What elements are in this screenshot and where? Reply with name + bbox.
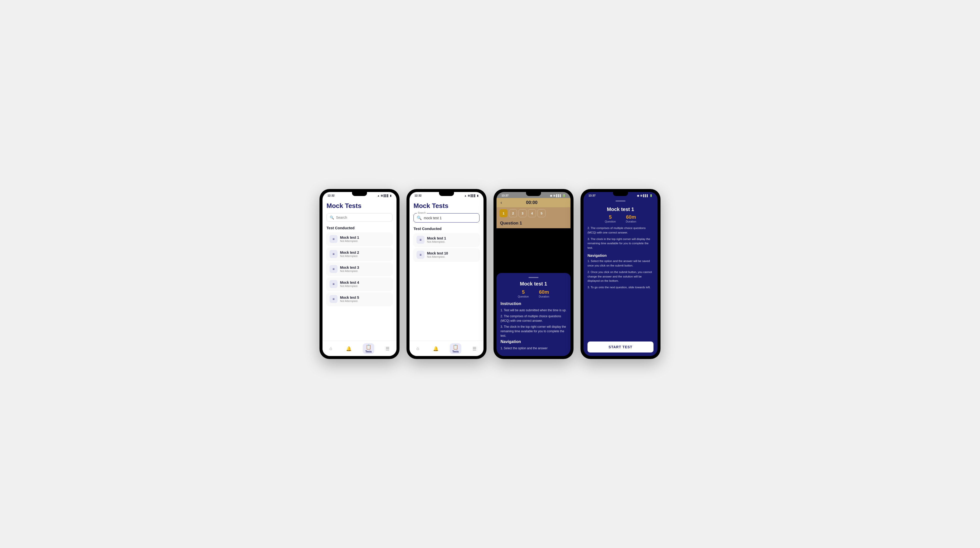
phone-1-notch [352, 192, 367, 196]
question-number-2[interactable]: 2 [509, 209, 517, 217]
nav-item-home-2[interactable]: ⌂ [414, 345, 422, 352]
phone-4-instruction-partial-2: 2. The comprises of multiple choice ques… [587, 226, 654, 235]
list-item[interactable]: ≡ Mock test 3 Not Attempted. [326, 263, 393, 276]
home-icon: ⌂ [329, 346, 332, 351]
search-icon-2: 🔍 [417, 215, 422, 220]
phone-2-time: 12:32 [415, 194, 422, 197]
test-info: Mock test 4 Not Attempted. [340, 280, 390, 287]
phone-4-handle-area [584, 198, 657, 203]
phone-4-stat-q-value: 5 [605, 214, 616, 220]
phone-4-notch [613, 192, 628, 196]
phone-4-content: Mock test 1 5 Question 60m Duration 2. T… [584, 203, 657, 356]
test-status: Not Attempted. [340, 255, 390, 258]
modal-instruction-2: 2. The comprises of multiple choice ques… [501, 314, 566, 323]
question-number-4[interactable]: 4 [528, 209, 536, 217]
phone-1-screen-content: Mock Tests 🔍 Test Conducted ≡ Mock test [323, 198, 396, 356]
list-item[interactable]: ≡ Mock test 2 Not Attempted. [326, 247, 393, 261]
list-item[interactable]: ≡ Mock test 1 Not Attempted. [414, 233, 479, 246]
nav-item-menu-2[interactable]: ☰ [470, 345, 479, 352]
phone-2-test-list: ≡ Mock test 1 Not Attempted. ≡ Mock test… [414, 233, 479, 261]
nav-item-tests-2[interactable]: 📋 Tests [450, 343, 461, 354]
phone-1-bottom-nav: ⌂ 🔔 📋 Tests ☰ [323, 341, 396, 356]
nav-item-notifications[interactable]: 🔔 [344, 345, 354, 352]
phones-container: 12:32 ▲ ⊞ ▌▌▌ ▮ Mock Tests 🔍 [320, 189, 660, 359]
test-icon: ≡ [329, 265, 337, 273]
question-number-bar: 1 2 3 4 5 [496, 207, 571, 219]
search-floating-label: Search [417, 212, 427, 214]
test-name: Mock test 1 [427, 236, 477, 240]
test-info: Mock test 10 Not Attempted. [427, 251, 477, 258]
phone-4-status-icons: ◉ ⊞ ▌▌▌ 🔋 [637, 194, 652, 197]
phone-4-title: Mock test 1 [587, 207, 654, 212]
nav-item-tests[interactable]: 📋 Tests [363, 343, 374, 354]
question-label-area: Question 1 [496, 219, 571, 228]
phone-1-page-title: Mock Tests [326, 202, 393, 210]
phone-1-screen: 12:32 ▲ ⊞ ▌▌▌ ▮ Mock Tests 🔍 [323, 192, 396, 356]
modal-nav-instruction-1: 1. Select the option and the answer [501, 346, 566, 350]
test-name: Mock test 4 [340, 280, 390, 285]
stat-duration: 60m Duration [539, 289, 549, 298]
list-item[interactable]: ≡ Mock test 10 Not Attempted. [414, 248, 479, 261]
question-number-5[interactable]: 5 [538, 209, 546, 217]
phone-2: 12:32 ▲ ⊞ ▌▌▌ ▮ Mock Tests Search 🔍 [407, 189, 487, 359]
phone-2-bottom-nav: ⌂ 🔔 📋 Tests ☰ [409, 341, 484, 356]
test-status: Not Attempted. [427, 255, 477, 258]
back-button[interactable]: ‹ [501, 200, 502, 205]
test-icon: ≡ [329, 295, 337, 303]
phone-3-screen: 13:37 ◉ ⊞ ▌▌▌ 🔋 ‹ 00:00 1 2 3 4 5 [496, 192, 571, 356]
phone-3-status-icons: ◉ ⊞ ▌▌▌ 🔋 [550, 194, 565, 197]
phone-2-search-box[interactable]: Search 🔍 [414, 213, 479, 223]
phone-2-notch [439, 192, 454, 196]
search-active-input[interactable] [424, 216, 476, 220]
menu-icon-2: ☰ [473, 346, 477, 352]
test-status: Not Attempted. [340, 285, 390, 287]
phone-4-handle [616, 201, 625, 201]
test-name: Mock test 5 [340, 295, 390, 299]
phone-1-search-box[interactable]: 🔍 [326, 213, 393, 222]
test-icon: ≡ [417, 251, 425, 259]
phone-2-status-icons: ▲ ⊞ ▌▌▌ ▮ [464, 194, 479, 197]
question-number-3[interactable]: 3 [519, 209, 527, 217]
bell-icon: 🔔 [346, 346, 352, 352]
test-icon: ≡ [329, 280, 337, 288]
list-item[interactable]: ≡ Mock test 5 Not Attempted. [326, 293, 393, 306]
stat-questions-label: Question [518, 295, 529, 298]
start-test-button[interactable]: START TEST [587, 341, 654, 352]
question-label: Question 1 [500, 221, 522, 226]
timer-display: 00:00 [526, 200, 538, 205]
test-icon: ≡ [329, 250, 337, 258]
list-item[interactable]: ≡ Mock test 4 Not Attempted. [326, 277, 393, 290]
phone-1-main-content: Mock Tests 🔍 Test Conducted ≡ Mock test [323, 198, 396, 341]
phone-4-stat-d-value: 60m [626, 214, 636, 220]
phone-4-nav-instruction-2: 2. Once you click on the submit button, … [587, 270, 654, 283]
list-item[interactable]: ≡ Mock test 1 Not Attempted. [326, 233, 393, 245]
modal-instruction-1: 1. Test will be auto submitted when the … [501, 308, 566, 312]
menu-icon: ☰ [385, 346, 390, 352]
search-icon: 🔍 [330, 215, 334, 220]
phone-4-stat-questions: 5 Question [605, 214, 616, 223]
phone-1-test-list: ≡ Mock test 1 Not Attempted. ≡ Mock test… [326, 233, 393, 306]
phone-4-nav-instruction-1: 1. Select the option and the answer will… [587, 259, 654, 268]
phone-2-section-title: Test Conducted [414, 226, 479, 231]
search-input[interactable] [336, 215, 389, 220]
test-name: Mock test 1 [340, 236, 390, 239]
question-number-1[interactable]: 1 [500, 209, 508, 217]
phone-4-screen: 13:37 ◉ ⊞ ▌▌▌ 🔋 Mock test 1 5 [584, 192, 657, 356]
nav-label-tests-2: Tests [452, 350, 458, 353]
nav-item-menu[interactable]: ☰ [383, 345, 392, 352]
phone-2-screen-content: Mock Tests Search 🔍 Test Conducted ≡ [409, 198, 484, 356]
phone-1-status-icons: ▲ ⊞ ▌▌▌ ▮ [377, 194, 391, 197]
test-status: Not Attempted. [340, 299, 390, 303]
phone-3: 13:37 ◉ ⊞ ▌▌▌ 🔋 ‹ 00:00 1 2 3 4 5 [493, 189, 573, 359]
nav-item-home[interactable]: ⌂ [327, 345, 335, 352]
phone-4-time: 13:37 [589, 194, 595, 197]
phone-4: 13:37 ◉ ⊞ ▌▌▌ 🔋 Mock test 1 5 [581, 189, 660, 359]
nav-item-notifications-2[interactable]: 🔔 [431, 345, 441, 352]
stat-duration-label: Duration [539, 295, 549, 298]
stat-questions-value: 5 [518, 289, 529, 295]
search-active-inner: 🔍 [417, 215, 476, 220]
home-icon-2: ⌂ [417, 346, 419, 351]
phone-4-nav-title: Navigation [587, 253, 654, 258]
modal-sheet: Mock test 1 5 Question 60m Duration Inst… [496, 273, 571, 356]
stat-duration-value: 60m [539, 289, 549, 295]
